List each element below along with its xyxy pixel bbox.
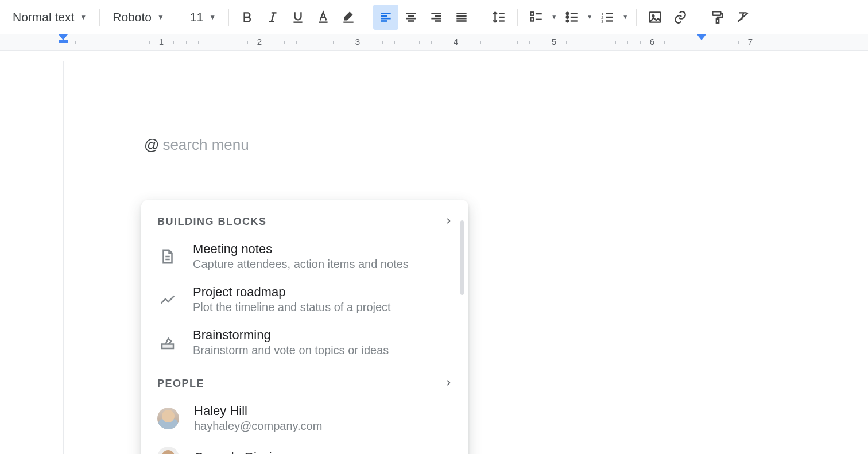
caret-down-icon: ▼ (157, 13, 164, 21)
block-item-brainstorming[interactable]: Brainstorming Brainstorm and vote on top… (141, 321, 468, 364)
at-placeholder: search menu (162, 136, 249, 154)
align-justify-button[interactable] (449, 5, 474, 30)
toolbar: Normal text ▼ Roboto ▼ 11 ▼ (0, 0, 868, 34)
ruler-number: 3 (355, 37, 360, 46)
bulleted-list-button[interactable] (559, 5, 584, 30)
text-color-button[interactable] (311, 5, 336, 30)
vote-icon (157, 332, 178, 353)
align-center-icon (404, 10, 418, 25)
underline-button[interactable] (285, 5, 311, 30)
block-item-sub: Capture attendees, action items and note… (193, 258, 452, 271)
chevron-right-icon (444, 216, 452, 228)
clear-format-icon (735, 10, 750, 25)
people-item-text: Haley Hill hayhaley@company.com (194, 403, 452, 433)
separator (367, 9, 367, 26)
svg-text:3: 3 (601, 18, 603, 24)
popup-scrollbar[interactable] (460, 220, 464, 295)
text-color-icon (316, 10, 331, 25)
separator (228, 9, 229, 26)
people-item-text: Gonzalo Ricci (194, 450, 452, 454)
document-area: @ search menu BUILDING BLOCKS Meeting no… (0, 51, 868, 454)
separator (177, 9, 177, 26)
block-item-meeting-notes[interactable]: Meeting notes Capture attendees, action … (141, 235, 468, 278)
section-header-people[interactable]: PEOPLE (141, 364, 468, 397)
svg-line-2 (272, 13, 274, 21)
ruler-number: 5 (552, 37, 556, 46)
numbered-list-icon: 123 (600, 10, 615, 25)
bulleted-caret[interactable]: ▼ (584, 14, 595, 20)
people-item-name: Haley Hill (194, 403, 452, 418)
line-spacing-button[interactable] (486, 5, 512, 30)
align-right-icon (429, 10, 444, 25)
align-center-button[interactable] (398, 5, 424, 30)
svg-rect-45 (716, 19, 719, 23)
people-item-haley-hill[interactable]: Haley Hill hayhaley@company.com (141, 397, 468, 440)
bulleted-list-icon (564, 10, 579, 25)
align-left-button[interactable] (373, 5, 398, 30)
first-line-indent-marker[interactable] (59, 34, 68, 40)
highlight-color-button[interactable] (336, 5, 361, 30)
caret-down-icon: ▼ (209, 13, 216, 21)
ruler-number: 2 (257, 37, 262, 46)
align-justify-icon (454, 10, 469, 25)
block-item-title: Meeting notes (193, 242, 452, 257)
block-item-sub: Brainstorm and vote on topics or ideas (193, 344, 452, 357)
people-item-name: Gonzalo Ricci (194, 450, 452, 454)
svg-point-43 (652, 15, 654, 17)
ruler-number: 7 (748, 37, 753, 46)
separator (99, 9, 100, 26)
people-item-gonzalo-ricci[interactable]: Gonzalo Ricci (141, 440, 468, 454)
font-size-select[interactable]: 11 ▼ (183, 7, 223, 28)
svg-point-30 (567, 12, 568, 14)
insert-image-button[interactable] (642, 5, 668, 30)
section-header-building-blocks[interactable]: BUILDING BLOCKS (141, 211, 468, 235)
caret-down-icon: ▼ (80, 13, 87, 21)
checklist-caret[interactable]: ▼ (549, 14, 559, 20)
block-item-project-roadmap[interactable]: Project roadmap Plot the timeline and st… (141, 278, 468, 321)
link-icon (673, 10, 688, 25)
separator (636, 9, 637, 26)
underline-icon (290, 10, 305, 25)
avatar (157, 408, 179, 429)
ruler-number: 6 (650, 37, 654, 46)
align-left-icon (378, 10, 393, 25)
paint-roller-icon (710, 10, 725, 25)
italic-icon (265, 10, 280, 25)
line-spacing-icon (491, 10, 506, 25)
align-right-button[interactable] (424, 5, 449, 30)
separator (699, 9, 699, 26)
svg-rect-28 (530, 18, 533, 21)
format-paint-button[interactable] (705, 5, 730, 30)
highlight-icon (341, 10, 356, 25)
font-family-select[interactable]: Roboto ▼ (106, 7, 171, 28)
ruler-number: 1 (159, 37, 164, 46)
numbered-list-button[interactable]: 123 (595, 5, 620, 30)
section-header-label: PEOPLE (157, 378, 204, 390)
numbered-caret[interactable]: ▼ (620, 14, 630, 20)
avatar (157, 447, 179, 454)
clear-formatting-button[interactable] (730, 5, 755, 30)
at-symbol: @ (144, 136, 159, 154)
people-item-email: hayhaley@company.com (194, 420, 452, 433)
block-item-title: Brainstorming (193, 328, 452, 343)
right-indent-marker[interactable] (697, 34, 706, 40)
bold-button[interactable] (235, 5, 260, 30)
svg-point-34 (567, 20, 568, 21)
paragraph-style-select[interactable]: Normal text ▼ (6, 7, 94, 28)
svg-rect-26 (530, 12, 533, 15)
block-item-title: Project roadmap (193, 285, 452, 300)
block-item-text: Brainstorming Brainstorm and vote on top… (193, 328, 452, 357)
image-icon (648, 10, 662, 25)
italic-button[interactable] (260, 5, 285, 30)
svg-point-32 (567, 16, 568, 18)
chevron-right-icon (444, 378, 452, 390)
at-mention-popup: BUILDING BLOCKS Meeting notes Capture at… (141, 200, 468, 454)
ruler[interactable]: 1234567 (0, 34, 868, 51)
insert-link-button[interactable] (668, 5, 693, 30)
section-header-label: BUILDING BLOCKS (157, 216, 267, 228)
at-mention-input[interactable]: @ search menu (144, 136, 712, 154)
chart-line-icon (157, 289, 178, 310)
document-icon (157, 246, 178, 267)
checklist-button[interactable] (524, 5, 549, 30)
block-item-text: Meeting notes Capture attendees, action … (193, 242, 452, 271)
